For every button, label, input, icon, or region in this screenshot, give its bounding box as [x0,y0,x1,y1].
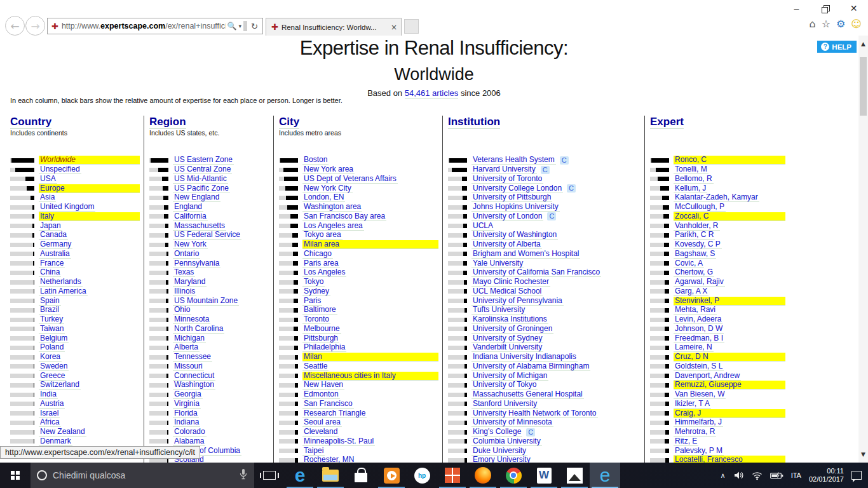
item-link[interactable]: Connecticut [173,372,215,381]
item-link[interactable]: University of California San Francisco [471,268,601,277]
volume-icon[interactable] [733,470,744,480]
item-link[interactable]: Lameire, N [674,343,714,352]
item-link[interactable]: Duke University [471,447,527,456]
item-link[interactable]: Brazil [39,306,60,315]
item-link[interactable]: Illinois [173,287,196,296]
item-link[interactable]: Tonelli, M [674,165,709,174]
column-header[interactable]: City [279,116,299,129]
item-link[interactable]: Tokyo [302,278,325,287]
item-link[interactable]: Paris area [302,259,340,268]
item-link[interactable]: Craig, J [674,409,785,418]
item-link[interactable]: Mehrotra, R [674,428,716,437]
item-link[interactable]: UCLA [471,222,494,231]
close-button[interactable]: ✕ [839,0,868,17]
page-scrollbar[interactable]: ▲ ▼ [858,36,868,463]
item-link[interactable]: UCL Medical School [471,287,543,296]
item-link[interactable]: France [39,259,65,268]
new-tab-button[interactable] [404,19,419,34]
item-link[interactable]: Zoccali, C [674,212,785,221]
item-link[interactable]: Los Angeles [302,268,346,277]
item-link[interactable]: Agarwal, Rajiv [674,278,725,287]
item-link[interactable]: Stenvinkel, P [674,297,785,306]
consortium-badge[interactable]: C [526,428,535,437]
item-link[interactable]: Indiana [173,418,200,427]
item-link[interactable]: Washington [173,381,215,390]
column-header[interactable]: Region [149,116,186,129]
item-link[interactable]: New Zealand [39,428,86,437]
item-link[interactable]: US Mid-Atlantic [173,175,228,184]
language-indicator[interactable]: ITA [791,471,801,479]
item-link[interactable]: US Central Zone [173,165,232,174]
item-link[interactable]: University Health Network of Toronto [471,409,598,418]
item-link[interactable]: Kalantar-Zadeh, Kamyar [674,193,759,202]
item-link[interactable]: Greece [39,372,66,381]
item-link[interactable]: Himmelfarb, J [674,418,723,427]
item-link[interactable]: New York [173,240,208,249]
item-link[interactable]: Johnson, D W [674,325,724,334]
item-link[interactable]: Michigan [173,334,206,343]
scrollbar-thumb[interactable] [860,57,867,116]
wifi-icon[interactable] [752,471,763,480]
item-link[interactable]: Mehta, Ravi [674,306,717,315]
item-link[interactable]: Johns Hopkins University [471,203,560,212]
consortium-badge[interactable]: C [547,212,556,220]
item-link[interactable]: Brigham and Women's Hospital [471,250,580,259]
address-bar[interactable]: ✚ http://www.expertscape.com/ex/renal+in… [47,18,263,34]
item-link[interactable]: US Eastern Zone [173,156,234,165]
scroll-down-icon[interactable]: ▼ [858,451,868,458]
item-link[interactable]: Latin America [39,287,88,296]
item-link[interactable]: Switzerland [39,381,81,390]
item-link[interactable]: New Haven [302,381,344,390]
item-link[interactable]: Tokyo area [302,231,342,240]
item-link[interactable]: University of Sydney [471,334,543,343]
item-link[interactable]: Rochester, MN [302,456,355,463]
item-link[interactable]: Tufts University [471,306,526,315]
item-link[interactable]: Boston [302,156,329,165]
item-link[interactable]: Columbia University [471,437,542,446]
item-link[interactable]: Indiana University Indianapolis [471,353,578,362]
item-link[interactable]: Vanderbilt University [471,343,543,352]
item-link[interactable]: Chicago [302,250,333,259]
item-link[interactable]: Germany [39,240,72,249]
scroll-up-icon[interactable]: ▲ [858,41,868,47]
item-link[interactable]: Texas [173,268,195,277]
photo-app-button[interactable] [437,463,468,488]
item-link[interactable]: Paris [302,297,322,306]
item-link[interactable]: Locatelli, Francesco [674,456,785,463]
item-link[interactable]: Sweden [39,362,69,371]
item-link[interactable]: Palevsky, P M [674,447,724,456]
consortium-badge[interactable]: C [541,166,550,174]
item-link[interactable]: University of Michigan [471,372,548,381]
articles-link[interactable]: 54,461 articles [405,88,459,98]
item-link[interactable]: Karolinska Institutions [471,315,548,324]
store-button[interactable] [346,463,376,488]
consortium-badge[interactable]: C [567,184,576,193]
item-link[interactable]: Taiwan [39,325,65,334]
item-link[interactable]: Emory University [471,456,532,463]
item-link[interactable]: Massachusetts [173,222,226,231]
item-link[interactable]: New York area [302,165,355,174]
item-link[interactable]: Bellomo, R [674,175,714,184]
item-link[interactable]: Parikh, C R [674,231,715,240]
item-link[interactable]: Freedman, B I [674,334,724,343]
item-link[interactable]: Pennsylvania [173,259,220,268]
column-header[interactable]: Country [10,116,51,129]
item-link[interactable]: Ikizler, T A [674,400,711,409]
item-link[interactable]: University of Pittsburgh [471,193,552,202]
item-link[interactable]: US Mountain Zone [173,297,239,306]
item-link[interactable]: Canada [39,231,68,240]
item-link[interactable]: Alabama [173,437,205,446]
file-explorer-button[interactable] [315,463,346,488]
item-link[interactable]: California [173,212,208,221]
item-link[interactable]: Harvard University [471,165,537,174]
item-link[interactable]: Mayo Clinic Rochester [471,278,550,287]
item-link[interactable]: Philadelphia [302,343,346,352]
item-link[interactable]: University of Pennsylvania [471,297,564,306]
item-link[interactable]: Vanholder, R [674,222,720,231]
word-button[interactable] [529,463,559,488]
task-view-button[interactable] [254,463,285,488]
item-link[interactable]: England [173,203,203,212]
item-link[interactable]: University of Alabama Birmingham [471,362,590,371]
chrome-button[interactable] [498,463,529,488]
forward-button[interactable]: → [25,16,45,36]
